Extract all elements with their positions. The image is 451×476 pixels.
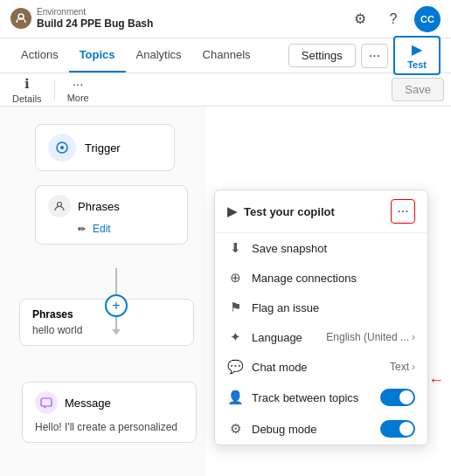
settings-button[interactable]: Settings	[288, 44, 356, 67]
message-header: Message	[35, 391, 184, 414]
details-label: Details	[12, 93, 42, 104]
language-label: Language	[252, 331, 317, 344]
save-snapshot-label: Save snapshot	[252, 242, 415, 255]
details-icon: ℹ	[24, 76, 30, 92]
more-icon: ···	[73, 76, 84, 91]
test-label: Test	[407, 59, 427, 70]
env-label: Environment	[37, 7, 153, 17]
dropdown-item-manage-connections[interactable]: ⊕ Manage connections	[215, 263, 427, 293]
toolbar: ℹ Details ··· More Save	[0, 73, 451, 107]
top-bar: Environment Build 24 PPE Bug Bash ⚙ ? CC	[0, 0, 451, 38]
svg-point-2	[60, 146, 64, 149]
chat-mode-chevron: ›	[412, 361, 415, 373]
trigger-icon	[48, 134, 76, 162]
dropdown-back-arrow: ▶	[227, 204, 237, 218]
test-icon: ▶	[412, 41, 422, 58]
more-label: More	[67, 93, 89, 103]
dropdown-item-debug-mode[interactable]: ⚙ Debug mode	[215, 413, 427, 445]
svg-rect-4	[41, 398, 52, 406]
connector-arrow	[115, 317, 117, 335]
dropdown-more-button[interactable]: ···	[391, 199, 415, 224]
nav-item-channels[interactable]: Channels	[192, 38, 261, 72]
edit-link[interactable]: Edit	[93, 223, 111, 235]
connector-line-top	[115, 268, 117, 294]
debug-mode-toggle[interactable]	[380, 420, 415, 438]
dropdown-panel: ▶ Test your copilot ··· ⬇ Save snapshot …	[214, 190, 428, 445]
top-icons: ⚙ ? CC	[348, 6, 441, 32]
chat-mode-icon: 💬	[227, 359, 243, 375]
help-icon-button[interactable]: ?	[381, 7, 406, 31]
toolbar-divider	[54, 79, 55, 100]
flag-label: Flag an issue	[252, 301, 415, 314]
env-text: Environment Build 24 PPE Bug Bash	[37, 7, 153, 30]
main-layout: Trigger Phrases ✏ Edit Phrases hello w	[0, 107, 451, 476]
nav-right: Settings ··· ▶ Test	[288, 36, 441, 75]
track-topics-toggle[interactable]	[380, 389, 415, 406]
env-icon	[10, 8, 31, 29]
debug-mode-label: Debug mode	[252, 423, 371, 436]
language-chevron: ›	[412, 331, 415, 343]
dropdown-item-flag-issue[interactable]: ⚑ Flag an issue	[215, 293, 427, 322]
env-name: Build 24 PPE Bug Bash	[37, 17, 153, 30]
message-icon	[35, 391, 58, 414]
svg-point-3	[58, 203, 62, 207]
chat-mode-label: Chat mode	[252, 361, 381, 374]
phrases-node-title: Phrases	[78, 200, 120, 213]
debug-mode-icon: ⚙	[227, 421, 243, 437]
nav-item-topics[interactable]: Topics	[69, 38, 126, 72]
track-topics-label: Track between topics	[252, 391, 371, 404]
avatar-button[interactable]: CC	[414, 6, 441, 32]
nav-item-actions[interactable]: Actions	[10, 38, 69, 72]
more-button[interactable]: ··· More	[62, 73, 94, 106]
debug-mode-toggle-knob	[399, 422, 413, 436]
edit-row: ✏ Edit	[48, 223, 175, 235]
dropdown-item-language[interactable]: ✦ Language English (United ... ›	[215, 322, 427, 352]
gear-icon-button[interactable]: ⚙	[348, 7, 372, 31]
flag-icon: ⚑	[227, 300, 243, 315]
canvas-area: Trigger Phrases ✏ Edit Phrases hello w	[0, 107, 205, 476]
details-button[interactable]: ℹ Details	[7, 73, 47, 107]
manage-connections-icon: ⊕	[227, 270, 243, 286]
message-title: Message	[65, 397, 111, 410]
phrases-header: Phrases	[48, 195, 175, 217]
nav-item-analytics[interactable]: Analytics	[126, 38, 192, 72]
message-node: Message Hello! I'll create a personalize…	[22, 382, 197, 443]
edit-pencil-icon: ✏	[78, 224, 86, 235]
message-text: Hello! I'll create a personalized	[35, 421, 184, 433]
chat-mode-value: Text ›	[390, 361, 415, 373]
nav-bar: Actions Topics Analytics Channels Settin…	[0, 38, 451, 73]
connector: +	[105, 268, 128, 335]
trigger-node: Trigger	[35, 124, 175, 171]
dropdown-item-save-snapshot[interactable]: ⬇ Save snapshot	[215, 233, 427, 263]
dropdown-title: Test your copilot	[244, 205, 335, 218]
red-arrow-indicator: ←	[428, 371, 444, 390]
phrases-icon	[48, 195, 71, 217]
dropdown-item-track-topics[interactable]: 👤 Track between topics	[215, 382, 427, 413]
phrases-node: Phrases ✏ Edit	[35, 185, 188, 245]
dropdown-header-left: ▶ Test your copilot	[227, 204, 335, 218]
dropdown-item-chat-mode[interactable]: 💬 Chat mode Text ›	[215, 352, 427, 382]
trigger-label: Trigger	[85, 141, 121, 155]
language-value: English (United ... ›	[326, 331, 415, 343]
env-info: Environment Build 24 PPE Bug Bash	[10, 7, 348, 30]
save-snapshot-icon: ⬇	[227, 240, 243, 256]
track-topics-icon: 👤	[227, 390, 243, 405]
add-node-button[interactable]: +	[105, 294, 128, 317]
language-icon: ✦	[227, 329, 243, 345]
test-button[interactable]: ▶ Test	[393, 36, 441, 75]
dropdown-header: ▶ Test your copilot ···	[215, 190, 427, 233]
track-topics-toggle-knob	[399, 390, 413, 404]
nav-ellipsis-button[interactable]: ···	[361, 44, 388, 68]
manage-connections-label: Manage connections	[252, 272, 415, 285]
save-button[interactable]: Save	[392, 78, 444, 101]
